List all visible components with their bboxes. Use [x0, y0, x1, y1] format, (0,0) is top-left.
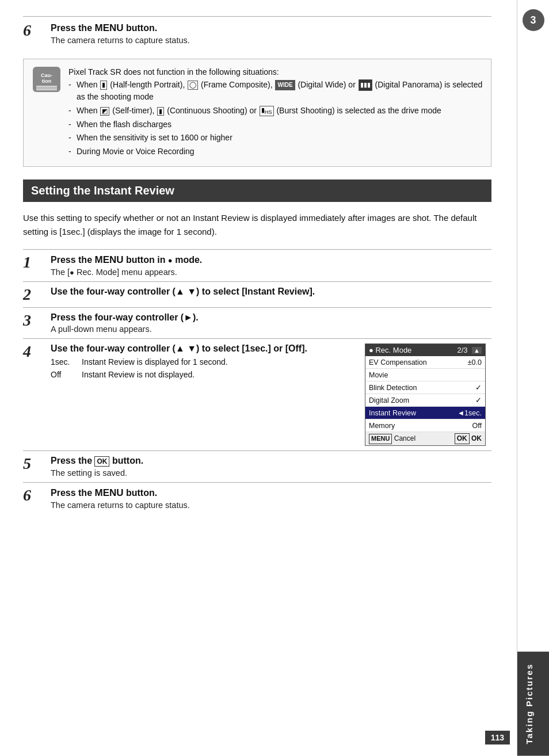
menu-row-instant: Instant Review ◄1sec. [365, 407, 485, 419]
frame-composite-icon: ◯ [188, 81, 198, 89]
chapter-number: 3 [523, 9, 544, 31]
step-number-2: 2 [23, 287, 51, 303]
burst-icon: ▮HS [260, 106, 274, 116]
right-sidebar: 3 Taking Pictures [517, 0, 549, 756]
step-number-5: 5 [23, 456, 51, 472]
wide-icon: WIDE [275, 80, 295, 90]
step-3-title: Press the four-way controller (►). [51, 312, 491, 323]
menu-digital-label: Digital Zoom [369, 396, 409, 404]
panorama-icon: ▮▮▮ [359, 79, 372, 90]
menu-table: ● Rec. Mode 2/3 ▲ EV Compensation ±0.0 [365, 343, 486, 446]
step-5-desc: The setting is saved. [51, 468, 491, 478]
step-4-content: Use the four-way controller (▲ ▼) to sel… [51, 343, 491, 446]
ok-box: OK [455, 433, 470, 444]
step-4: 4 Use the four-way controller (▲ ▼) to s… [23, 338, 491, 450]
step-number-1: 1 [23, 254, 51, 270]
menu-blink-label: Blink Detection [369, 384, 417, 392]
step-3-desc: A pull-down menu appears. [51, 324, 491, 334]
menu-ok: OK OK [455, 433, 482, 444]
choice-desc-1sec: Instant Review is displayed for 1 second… [82, 357, 356, 366]
caution-item-4: When the sensitivity is set to 1600 or h… [68, 132, 483, 144]
step-3: 3 Press the four-way controller (►). A p… [23, 307, 491, 338]
step-2-title: Use the four-way controller (▲ ▼) to sel… [51, 287, 491, 297]
menu-footer: MENU Cancel OK OK [365, 432, 485, 445]
step-1: 1 Press the MENU button in ● mode. The [… [23, 249, 491, 282]
step-1-content: Press the MENU button in ● mode. The [● … [51, 254, 491, 277]
section-intro: Use this setting to specify whether or n… [23, 211, 491, 239]
step-6-top: 6 Press the MENU button. The camera retu… [23, 16, 491, 51]
step-5-content: Press the OK button. The setting is save… [51, 456, 491, 478]
step-5-pre: Press the [51, 456, 94, 465]
caution-list: When ▮ (Half-length Portrait), ◯ (Frame … [68, 79, 483, 158]
menu-digital-value: ✓ [475, 396, 482, 404]
step-6-top-content: Press the MENU button. The camera return… [51, 22, 491, 45]
caution-item-3: When the flash discharges [68, 119, 483, 131]
step-number-3: 3 [23, 312, 51, 329]
choice-table: 1sec. Instant Review is displayed for 1 … [51, 357, 356, 379]
step-2-content: Use the four-way controller (▲ ▼) to sel… [51, 287, 491, 299]
menu-ev-label: EV Compensation [369, 358, 427, 366]
camera-icon: ● [168, 256, 173, 265]
caution-box: Cau- tion Pixel Track SR does not functi… [23, 59, 491, 167]
step-6b-post: button. [124, 488, 158, 498]
step-number-4: 4 [23, 343, 51, 360]
step-5: 5 Press the OK button. The setting is sa… [23, 450, 491, 482]
step-6-menu-word: MENU [94, 22, 123, 33]
page-number: 113 [485, 731, 510, 744]
menu-table-header: ● Rec. Mode 2/3 ▲ [365, 344, 485, 356]
step-1-title: Press the MENU button in ● mode. [51, 254, 491, 266]
menu-row-digital: Digital Zoom ✓ [365, 394, 485, 407]
menu-cancel: MENU Cancel [369, 434, 415, 444]
step-4-inner: Use the four-way controller (▲ ▼) to sel… [51, 343, 491, 446]
step-1-menu: MENU [94, 254, 123, 265]
caution-icon: Cau- tion [32, 66, 62, 93]
caution-text: Pixel Track SR does not function in the … [68, 66, 483, 159]
step-6-bottom: 6 Press the MENU button. The camera retu… [23, 482, 491, 514]
menu-box-cancel: MENU [369, 434, 392, 444]
choice-key-1sec: 1sec. [51, 357, 74, 366]
step-4-right: ● Rec. Mode 2/3 ▲ EV Compensation ±0.0 [365, 343, 491, 446]
menu-memory-value: Off [472, 422, 482, 430]
menu-row-memory: Memory Off [365, 419, 485, 432]
step-1-pre: Press the [51, 255, 94, 265]
step-6b-menu: MENU [94, 487, 123, 498]
caution-svg-icon: Cau- tion [32, 66, 62, 93]
step-5-post: button. [109, 456, 143, 465]
scroll-indicator: ▲ [472, 347, 482, 354]
choice-key-off: Off [51, 370, 74, 379]
caution-item-5: During Movie or Voice Recording [68, 146, 483, 158]
continuous-icon: ▮ [157, 107, 164, 116]
menu-header-label: ● Rec. Mode [369, 346, 411, 354]
svg-text:tion: tion [42, 78, 52, 84]
step-3-content: Press the four-way controller (►). A pul… [51, 312, 491, 334]
step-1-desc: The [● Rec. Mode] menu appears. [51, 268, 491, 277]
choice-desc-off: Instant Review is not displayed. [82, 370, 356, 379]
menu-movie-label: Movie [369, 371, 388, 379]
menu-blink-value: ✓ [475, 383, 482, 392]
menu-ev-value: ±0.0 [468, 358, 482, 366]
menu-row-blink: Blink Detection ✓ [365, 381, 485, 394]
step-1-post: button in [124, 255, 168, 265]
step-6-bottom-desc: The camera returns to capture status. [51, 501, 491, 510]
step-number-6-bottom: 6 [23, 487, 51, 503]
step-6-pre: Press the [51, 23, 94, 33]
selftimer-icon: ◩ [100, 107, 109, 116]
step-6-top-desc: The camera returns to capture status. [51, 36, 491, 45]
half-length-icon: ▮ [100, 81, 107, 89]
section-header: Setting the Instant Review [23, 180, 491, 202]
step-1-mode: mode. [173, 255, 203, 265]
step-2: 2 Use the four-way controller (▲ ▼) to s… [23, 281, 491, 307]
step-4-left: Use the four-way controller (▲ ▼) to sel… [51, 343, 356, 383]
choice-row-off: Off Instant Review is not displayed. [51, 370, 356, 379]
caution-intro: Pixel Track SR does not function in the … [68, 66, 483, 79]
menu-instant-value: ◄1sec. [458, 409, 482, 417]
step-4-title: Use the four-way controller (▲ ▼) to sel… [51, 343, 356, 354]
step-6-top-title: Press the MENU button. [51, 22, 491, 34]
menu-memory-label: Memory [369, 422, 395, 430]
step-6-post: button. [124, 23, 158, 33]
chapter-title: Taking Pictures [517, 652, 549, 756]
menu-row-movie: Movie [365, 369, 485, 381]
step-6b-pre: Press the [51, 488, 94, 498]
step-6-bottom-content: Press the MENU button. The camera return… [51, 487, 491, 510]
caution-item-2: When ◩ (Self-timer), ▮ (Continuous Shoot… [68, 105, 483, 117]
